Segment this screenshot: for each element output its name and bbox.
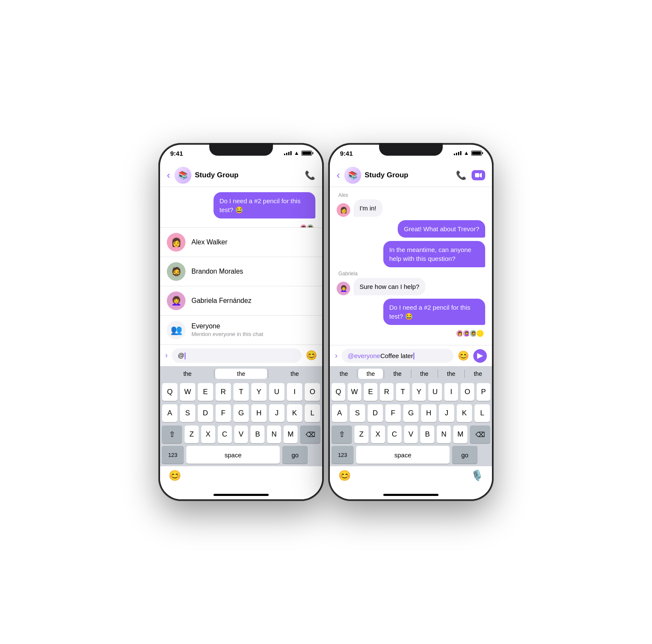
key-o[interactable]: O (305, 383, 320, 401)
k2-b[interactable]: B (420, 426, 434, 443)
k2-f[interactable]: F (385, 404, 401, 422)
sug2-1[interactable]: the (332, 369, 356, 379)
key-a[interactable]: A (162, 404, 177, 422)
key-r[interactable]: R (216, 383, 231, 401)
k2-x[interactable]: X (371, 426, 385, 443)
sug2-3[interactable]: the (385, 369, 410, 379)
k2-j[interactable]: J (439, 404, 454, 422)
key-n[interactable]: N (267, 426, 281, 443)
key-q[interactable]: Q (162, 383, 177, 401)
k2-z[interactable]: Z (354, 426, 368, 443)
sug2-4[interactable]: the (412, 369, 437, 379)
key-k[interactable]: K (287, 404, 302, 422)
key-shift[interactable]: ⇧ (162, 426, 182, 443)
k2-shift[interactable]: ⇧ (332, 426, 352, 443)
key-t[interactable]: T (233, 383, 249, 401)
k2-g[interactable]: G (403, 404, 419, 422)
key-c[interactable]: C (218, 426, 232, 443)
suggestion-3[interactable]: the (269, 369, 320, 379)
key-l[interactable]: L (305, 404, 320, 422)
sug2-6[interactable]: the (466, 369, 490, 379)
k2-space[interactable]: space (356, 446, 450, 464)
key-i[interactable]: I (287, 383, 302, 401)
svg-marker-1 (480, 173, 482, 178)
mention-item-gabriela[interactable]: 👩‍🦱 Gabriela Fernández (160, 286, 322, 316)
expand-button-2[interactable]: › (335, 351, 337, 360)
k2-h[interactable]: H (421, 404, 436, 422)
brandon-name: Brandon Morales (191, 268, 243, 275)
mention-item-everyone[interactable]: 👥 Everyone Mention everyone in this chat (160, 316, 322, 344)
k2-s[interactable]: S (350, 404, 365, 422)
back-button-1[interactable]: ‹ (167, 169, 170, 181)
k2-u[interactable]: U (428, 383, 442, 401)
suggestion-1[interactable]: the (162, 369, 213, 379)
message-input-2[interactable]: @everyone Coffee later (342, 349, 453, 363)
key-e[interactable]: E (198, 383, 213, 401)
everyone-info: Everyone Mention everyone in this chat (191, 322, 263, 337)
bottom-mic-icon-2[interactable]: 🎙️ (471, 470, 483, 482)
k2-m[interactable]: M (453, 426, 467, 443)
key-z[interactable]: Z (185, 426, 199, 443)
k2-n[interactable]: N (437, 426, 451, 443)
k2-123[interactable]: 123 (332, 446, 354, 464)
key-go[interactable]: go (282, 446, 308, 464)
key-v[interactable]: V (234, 426, 248, 443)
suggestion-2[interactable]: the (215, 369, 267, 379)
k2-y[interactable]: Y (412, 383, 426, 401)
k2-c[interactable]: C (388, 426, 402, 443)
k2-q[interactable]: Q (332, 383, 345, 401)
key-d[interactable]: D (198, 404, 213, 422)
phone-1: 9:41 ▲ ‹ 📚 Study (158, 143, 324, 501)
keyboard-bottom-1: 123 space go (160, 446, 322, 466)
k2-o[interactable]: O (461, 383, 474, 401)
k2-k[interactable]: K (457, 404, 472, 422)
key-f[interactable]: F (216, 404, 231, 422)
message-sent-1: Do I need a #2 pencil for this test? 😂 (167, 192, 315, 218)
k2-w[interactable]: W (348, 383, 361, 401)
expand-button-1[interactable]: › (165, 351, 168, 360)
k2-r[interactable]: R (380, 383, 393, 401)
key-s[interactable]: S (180, 404, 195, 422)
mention-item-brandon[interactable]: 🧔 Brandon Morales (160, 257, 322, 286)
phone-call-icon-1[interactable]: 📞 (305, 170, 315, 180)
key-space[interactable]: space (186, 446, 280, 464)
key-123[interactable]: 123 (162, 446, 184, 464)
key-b[interactable]: B (250, 426, 264, 443)
k2-d[interactable]: D (368, 404, 383, 422)
send-button-2[interactable] (473, 349, 487, 363)
k2-v[interactable]: V (404, 426, 418, 443)
key-j[interactable]: J (269, 404, 284, 422)
emoji-button-1[interactable]: 😊 (306, 350, 317, 361)
gabriela-avatar: 👩‍🦱 (167, 291, 185, 310)
k2-i[interactable]: I (444, 383, 458, 401)
key-y[interactable]: Y (251, 383, 267, 401)
key-w[interactable]: W (180, 383, 195, 401)
bottom-emoji-icon-1[interactable]: 😊 (169, 470, 181, 482)
receipt-avatar-2: 🧔 (306, 224, 315, 227)
key-h[interactable]: H (251, 404, 267, 422)
phone-call-icon-2[interactable]: 📞 (456, 170, 467, 180)
key-g[interactable]: G (233, 404, 249, 422)
key-backspace[interactable]: ⌫ (300, 426, 320, 443)
notch-2 (379, 143, 443, 156)
k2-e[interactable]: E (364, 383, 377, 401)
k2-a[interactable]: A (332, 404, 347, 422)
key-u[interactable]: U (269, 383, 284, 401)
message-input-1[interactable]: @ (172, 348, 301, 363)
emoji-button-2[interactable]: 😊 (458, 350, 469, 361)
key-x[interactable]: X (201, 426, 215, 443)
key-row-3: ⇧ Z X C V B N M ⌫ (162, 426, 320, 443)
k2-go[interactable]: go (452, 446, 478, 464)
bubble-alex: I'm in! (354, 199, 382, 217)
key-m[interactable]: M (284, 426, 298, 443)
back-button-2[interactable]: ‹ (337, 169, 340, 181)
sug2-2[interactable]: the (358, 369, 383, 379)
k2-backspace[interactable]: ⌫ (470, 426, 490, 443)
sug2-5[interactable]: the (439, 369, 464, 379)
mention-item-alex[interactable]: 👩 Alex Walker (160, 228, 322, 257)
video-icon-2[interactable] (472, 170, 485, 180)
k2-l[interactable]: L (475, 404, 490, 422)
k2-t[interactable]: T (396, 383, 410, 401)
bottom-emoji-icon-2[interactable]: 😊 (338, 470, 351, 482)
k2-p[interactable]: P (477, 383, 490, 401)
